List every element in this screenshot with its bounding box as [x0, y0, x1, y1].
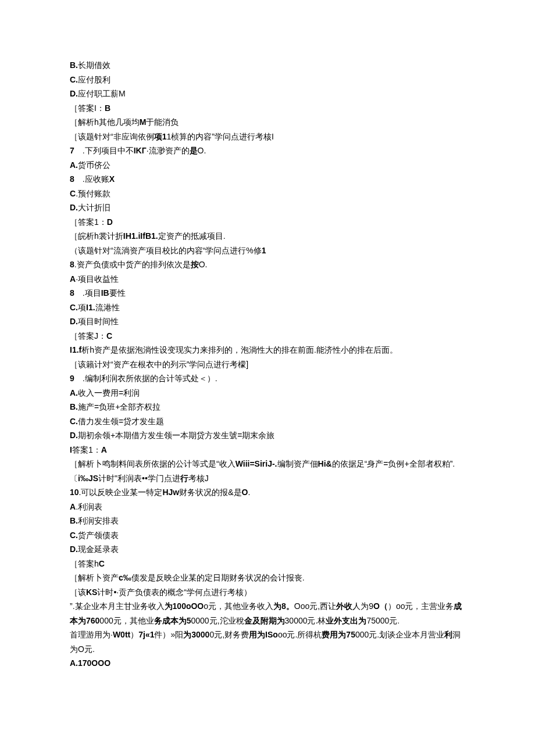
text-line: 9 .编制利润衣所依据的合计等式处＜）. — [70, 371, 465, 386]
text-line: A.货币侪公 — [70, 158, 465, 173]
text-line: 8 .应收账X — [70, 172, 465, 187]
text-line: D.项目时间性 — [70, 314, 465, 329]
text-line: A.170OOO — [70, 656, 465, 671]
text-line: C.应付股利 — [70, 73, 465, 87]
text-line: 〔i‰JS计时"利润表••学门点进行考核J — [70, 471, 465, 486]
text-line: C.项I1.流港性 — [70, 300, 465, 315]
text-line: ［解析卜鸣制料间表所依据的公计等式是“收入Wiii=SiriJ-.编制资产佃Hi… — [70, 457, 465, 471]
text-line: ［皖析h裳计折IH1.iIfB1.定资产的抵减项目. — [70, 229, 465, 243]
text-line: B.施产=负班+全部齐权拉 — [70, 400, 465, 414]
document-body: B.长期借效C.应付股利D.应付职工薪M［答案I：B［解析h其他几项均M于能消负… — [70, 58, 465, 671]
text-line: ”.某企业本月主甘业务收入为100oOOo元，其他业务收入为8。Ooo元,西让外… — [70, 599, 465, 628]
text-line: 8.资产负债或中货产的排列依次是按O. — [70, 257, 465, 272]
text-line: A.收入一费用=利润 — [70, 386, 465, 400]
text-line: ［解析h其他几项均M于能消负 — [70, 115, 465, 130]
text-line: A·项目收益性 — [70, 272, 465, 286]
text-line: ［答案1：D — [70, 215, 465, 230]
text-line: ［该KS计时•·贡产负债表的概念“学何点进行考核） — [70, 585, 465, 600]
text-line: D.大计折旧 — [70, 200, 465, 215]
text-line: I1.f析h资产是依据泡淌性设变现实力来排列的，泡淌性大的排在前面.能济性小的排… — [70, 343, 465, 357]
text-line: 8 .项目IB要性 — [70, 286, 465, 300]
text-line: D.应付职工薪M — [70, 87, 465, 101]
text-line: B.长期借效 — [70, 58, 465, 73]
text-line: ［该籟计对“资产在根衣中的列示”学问点进行考檬] — [70, 357, 465, 372]
text-line: D.期初余领+本期借方发生领一本期贷方发生號=期末余旅 — [70, 428, 465, 443]
text-line: B.利润安排表 — [70, 514, 465, 528]
text-line: ［该题针对“非应询依例项11桢算的内容”学问点进行考核I — [70, 130, 465, 144]
text-line: ［答案hC — [70, 557, 465, 571]
text-line: C.货产领债表 — [70, 528, 465, 543]
text-line: （该题针对“流淌资产项目校比的内容“学问点进行%修1 — [70, 243, 465, 258]
text-line: ［解析卜资产c‰债发是反映企业某的定日期财务状况的会计报丧. — [70, 571, 465, 585]
text-line: 7 .下列项目中不IKГ·流渺资产的是O. — [70, 144, 465, 158]
text-line: ［答案I：B — [70, 101, 465, 116]
text-line: C.借力发生领=贷才发生题 — [70, 414, 465, 429]
text-line: ［答案J：C — [70, 329, 465, 343]
text-line: 首理游用为·W0tt）7j«1件）»阳为30000元,财务费用为ISooo元.所… — [70, 628, 465, 656]
text-line: C.预付账款 — [70, 187, 465, 201]
text-line: D.现金延录表 — [70, 542, 465, 557]
text-line: 10.可以反映企业某一特定HJw财务状况的报&是O. — [70, 485, 465, 500]
text-line: I答案1：A — [70, 443, 465, 457]
text-line: A.利润表 — [70, 500, 465, 514]
